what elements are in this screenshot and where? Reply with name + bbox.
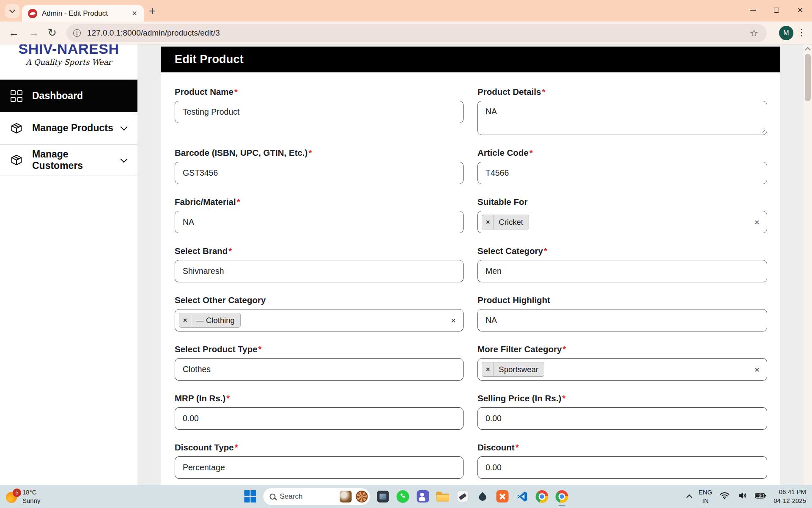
more-filter-multiselect[interactable]: × Sportswear × <box>477 358 767 381</box>
sketch-app-icon[interactable] <box>456 490 469 503</box>
chip-remove-icon[interactable]: × <box>482 362 494 376</box>
select-category-input[interactable] <box>477 260 767 282</box>
language-indicator[interactable]: ENG IN <box>699 488 713 505</box>
product-highlight-input[interactable] <box>477 309 767 331</box>
teams-icon[interactable] <box>416 490 430 503</box>
wifi-icon[interactable] <box>719 490 730 502</box>
product-name-input[interactable] <box>175 101 464 123</box>
field-discount: Discount* <box>477 442 767 479</box>
sidebar-item-manage-products[interactable]: Manage Products <box>0 112 137 144</box>
page-scrollbar[interactable] <box>804 44 812 485</box>
xampp-icon[interactable] <box>496 490 509 503</box>
sidebar-item-manage-customers[interactable]: Manage Customers <box>0 144 137 176</box>
tray-time: 06:41 PM <box>774 488 806 496</box>
reload-button[interactable]: ↻ <box>48 27 57 39</box>
ship-wheel-icon[interactable] <box>356 491 368 502</box>
field-select-brand: Select Brand* <box>175 246 464 282</box>
tab-title: Admin - Edit Product <box>42 9 130 18</box>
package-box-icon <box>10 154 23 166</box>
site-info-icon[interactable]: i <box>73 29 81 37</box>
field-article-code: Article Code* <box>477 148 767 184</box>
chevron-down-icon <box>9 7 15 13</box>
windows-logo-icon <box>244 490 256 502</box>
chrome-icon[interactable] <box>535 490 549 503</box>
url-text[interactable]: 127.0.0.1:8000/admin/products/edit/3 <box>87 28 749 38</box>
battery-charging-icon[interactable] <box>755 492 766 501</box>
taskbar-clock[interactable]: 06:41 PM 04-12-2025 <box>774 488 806 505</box>
taskbar-search-box[interactable]: Search <box>263 488 370 505</box>
scrollbar-thumb[interactable] <box>805 54 811 101</box>
chip-remove-icon[interactable]: × <box>482 215 494 229</box>
window-close-button[interactable]: × <box>788 0 812 20</box>
field-label: Selling Price (In Rs.) <box>477 393 561 403</box>
whatsapp-icon[interactable] <box>396 490 410 503</box>
field-fabric-material: Fabric/Material* <box>175 197 464 233</box>
brand-logo: SHIV-NARESH A Quality Sports Wear <box>0 44 137 80</box>
new-tab-button[interactable]: + <box>149 4 156 18</box>
system-tray: ENG IN 06:41 PM 04-12-2025 <box>687 485 812 508</box>
tag-chip: × Cricket <box>482 215 529 229</box>
required-asterisk: * <box>542 87 545 97</box>
tray-chevron-up-icon[interactable] <box>686 494 692 500</box>
scrollbar-up-arrow-icon[interactable] <box>805 47 811 53</box>
tab-search-button[interactable] <box>5 4 19 18</box>
page-content: SHIV-NARESH A Quality Sports Wear Dashbo… <box>0 44 812 485</box>
close-icon: × <box>798 6 803 15</box>
file-explorer-icon[interactable] <box>436 490 450 503</box>
required-asterisk: * <box>308 148 312 157</box>
brand-logo-title: SHIV-NARESH <box>0 44 137 57</box>
window-maximize-button[interactable] <box>765 0 788 20</box>
mrp-input[interactable] <box>175 407 464 430</box>
select-brand-input[interactable] <box>175 260 464 282</box>
sidebar-item-dashboard[interactable]: Dashboard <box>0 80 137 112</box>
select-product-type-input[interactable] <box>175 358 464 381</box>
chip-remove-icon[interactable]: × <box>179 313 191 327</box>
product-details-textarea[interactable]: NA <box>477 101 767 135</box>
other-category-multiselect[interactable]: × — Clothing × <box>175 309 464 331</box>
suitable-for-multiselect[interactable]: × Cricket × <box>477 211 767 233</box>
address-bar[interactable]: i 127.0.0.1:8000/admin/products/edit/3 ☆ <box>66 24 767 42</box>
sun-weather-icon: 5 <box>6 490 19 503</box>
barcode-input[interactable] <box>175 162 464 184</box>
bookmark-star-icon[interactable]: ☆ <box>749 28 758 39</box>
vscode-icon[interactable] <box>516 490 529 503</box>
selling-price-input[interactable] <box>477 407 767 430</box>
start-button[interactable] <box>244 490 257 503</box>
package-box-icon <box>10 122 23 135</box>
clear-selection-icon[interactable]: × <box>754 217 760 227</box>
field-product-name: Product Name* <box>175 87 464 135</box>
browser-menu-icon[interactable]: ⋮ <box>797 27 806 38</box>
field-label: Product Name <box>175 87 233 97</box>
field-select-category: Select Category* <box>477 246 767 282</box>
required-asterisk: * <box>226 393 230 403</box>
browser-tab[interactable]: Admin - Edit Product × <box>22 5 144 22</box>
search-highlight-image-icon[interactable] <box>340 491 352 502</box>
field-label: Discount Type <box>175 442 234 452</box>
chrome-active-window-icon[interactable] <box>555 490 569 503</box>
required-asterisk: * <box>562 393 565 403</box>
required-asterisk: * <box>234 87 238 97</box>
tag-chip: × Sportswear <box>482 362 544 377</box>
fabric-material-input[interactable] <box>175 211 464 233</box>
droplet-app-icon[interactable] <box>476 490 489 503</box>
tab-close-icon[interactable]: × <box>130 8 139 18</box>
clear-selection-icon[interactable]: × <box>754 364 760 375</box>
field-product-details: Product Details* NA <box>477 87 767 135</box>
profile-avatar[interactable]: M <box>779 26 793 40</box>
field-label: Select Product Type <box>175 344 258 354</box>
article-code-input[interactable] <box>477 162 767 184</box>
sidebar: SHIV-NARESH A Quality Sports Wear Dashbo… <box>0 44 137 485</box>
volume-icon[interactable] <box>737 490 748 502</box>
taskbar-photos-app-icon[interactable] <box>376 490 390 503</box>
required-asterisk: * <box>529 148 533 157</box>
clear-selection-icon[interactable]: × <box>451 315 456 326</box>
discount-type-input[interactable] <box>175 456 464 479</box>
field-label: Barcode (ISBN, UPC, GTIN, Etc.) <box>175 148 307 157</box>
taskbar-weather-widget[interactable]: 5 18°C Sunny <box>6 485 41 508</box>
back-button[interactable]: ← <box>8 27 19 39</box>
field-label: Select Brand <box>175 246 228 256</box>
required-asterisk: * <box>228 246 232 256</box>
discount-input[interactable] <box>477 456 767 479</box>
window-minimize-button[interactable] <box>741 0 765 20</box>
weather-condition: Sunny <box>22 497 41 505</box>
